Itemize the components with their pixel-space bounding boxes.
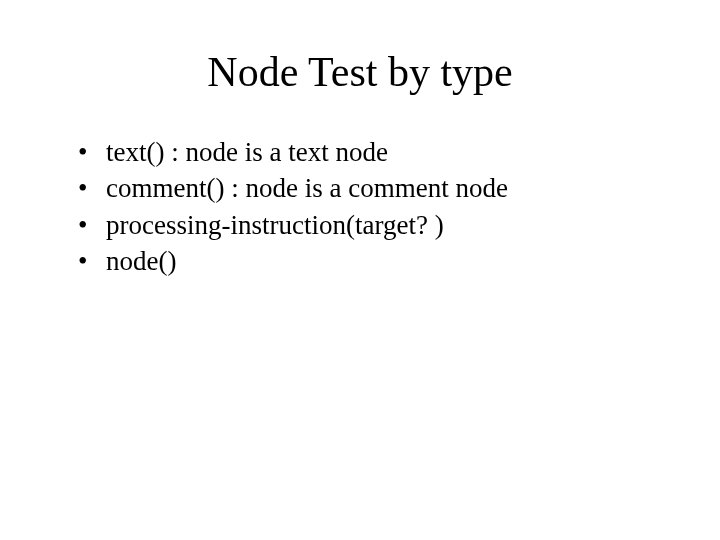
- bullet-list: • text() : node is a text node • comment…: [50, 134, 670, 280]
- slide-container: Node Test by type • text() : node is a t…: [0, 0, 720, 540]
- list-item: • node(): [78, 243, 670, 279]
- bullet-icon: •: [78, 207, 98, 243]
- bullet-text: node(): [98, 243, 176, 279]
- bullet-text: text() : node is a text node: [98, 134, 388, 170]
- list-item: • comment() : node is a comment node: [78, 170, 670, 206]
- bullet-text: processing-instruction(target? ): [98, 207, 444, 243]
- bullet-icon: •: [78, 134, 98, 170]
- list-item: • processing-instruction(target? ): [78, 207, 670, 243]
- bullet-text: comment() : node is a comment node: [98, 170, 508, 206]
- slide-title: Node Test by type: [50, 48, 670, 96]
- bullet-icon: •: [78, 243, 98, 279]
- list-item: • text() : node is a text node: [78, 134, 670, 170]
- bullet-icon: •: [78, 170, 98, 206]
